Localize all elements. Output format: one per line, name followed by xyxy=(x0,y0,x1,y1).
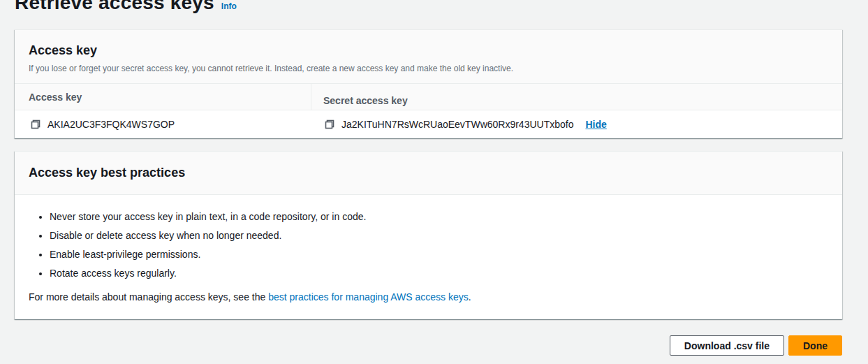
copy-secret-key-button[interactable] xyxy=(324,119,335,130)
page-title: Retrieve access keys xyxy=(15,0,214,14)
hide-secret-link[interactable]: Hide xyxy=(585,119,606,130)
secret-access-key-value: Ja2KITuHN7RsWcRUaoEevTWw60Rx9r43UUTxbofo xyxy=(341,119,573,130)
copy-icon xyxy=(324,119,335,130)
copy-access-key-button[interactable] xyxy=(30,119,41,130)
best-practices-footer: For more details about managing access k… xyxy=(29,292,828,302)
page-header: Retrieve access keys Info xyxy=(15,0,842,15)
page-content: Retrieve access keys Info Access key If … xyxy=(15,0,842,356)
best-practice-item: Disable or delete access key when no lon… xyxy=(50,231,828,240)
copy-icon xyxy=(30,119,41,130)
column-header-access-key: Access key xyxy=(29,92,311,103)
secret-access-key-cell: Ja2KITuHN7RsWcRUaoEevTWw60Rx9r43UUTxbofo… xyxy=(311,119,828,130)
best-practice-item: Rotate access keys regularly. xyxy=(50,268,828,278)
best-practices-list: Never store your access key in plain tex… xyxy=(29,212,828,278)
key-table-row: AKIA2UC3F3FQK4WS7GOP Ja2KITuHN7RsWcRUaoE… xyxy=(15,110,842,138)
best-practices-body: Never store your access key in plain tex… xyxy=(15,195,842,319)
access-key-value: AKIA2UC3F3FQK4WS7GOP xyxy=(47,119,175,130)
actions-row: Download .csv file Done xyxy=(15,335,842,356)
access-key-card-header: Access key If you lose or forget your se… xyxy=(15,30,842,84)
best-practices-card-header: Access key best practices xyxy=(15,152,842,195)
access-key-cell: AKIA2UC3F3FQK4WS7GOP xyxy=(29,119,311,130)
column-header-secret-access-key: Secret access key xyxy=(311,84,828,110)
done-button[interactable]: Done xyxy=(788,335,842,356)
best-practices-card: Access key best practices Never store yo… xyxy=(15,151,842,319)
footer-text: For more details about managing access k… xyxy=(29,291,268,303)
access-key-card-title: Access key xyxy=(29,43,828,58)
download-csv-button[interactable]: Download .csv file xyxy=(670,335,784,356)
access-key-card: Access key If you lose or forget your se… xyxy=(15,29,842,138)
best-practices-link[interactable]: best practices for managing AWS access k… xyxy=(268,291,469,303)
best-practices-card-title: Access key best practices xyxy=(29,166,828,180)
best-practice-item: Never store your access key in plain tex… xyxy=(50,212,828,221)
key-table-header: Access key Secret access key xyxy=(15,84,842,110)
footer-text-period: . xyxy=(469,291,471,303)
access-key-card-description: If you lose or forget your secret access… xyxy=(29,63,828,74)
info-link[interactable]: Info xyxy=(221,1,237,11)
best-practice-item: Enable least-privilege permissions. xyxy=(50,249,828,259)
